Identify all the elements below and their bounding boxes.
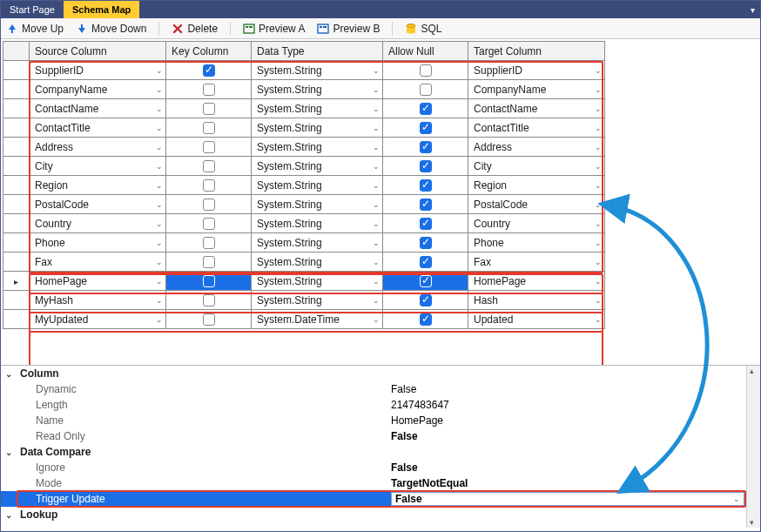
allow-null-checkbox[interactable] [420, 313, 432, 326]
table-row[interactable]: ContactTitle⌄System.String⌄ContactTitle⌄ [3, 118, 605, 138]
allow-null-checkbox[interactable] [420, 84, 432, 96]
key-column-checkbox[interactable] [203, 237, 215, 249]
schema-grid[interactable]: Source Column Key Column Data Type Allow… [3, 41, 605, 329]
data-type-combo[interactable]: System.String⌄ [252, 291, 382, 309]
allow-null-checkbox[interactable] [420, 122, 432, 134]
allow-null-checkbox[interactable] [420, 179, 432, 192]
target-column-combo[interactable]: Country⌄ [468, 214, 604, 232]
source-column-combo[interactable]: Address⌄ [30, 138, 165, 156]
target-column-combo[interactable]: Phone⌄ [468, 233, 604, 252]
target-column-combo[interactable]: ContactName⌄ [468, 99, 604, 118]
target-column-combo[interactable]: Fax⌄ [468, 253, 604, 271]
key-column-checkbox[interactable] [203, 122, 215, 134]
data-type-combo[interactable]: System.String⌄ [252, 272, 382, 290]
source-column-combo[interactable]: ContactTitle⌄ [30, 118, 165, 137]
table-row[interactable]: CompanyName⌄System.String⌄CompanyName⌄ [3, 80, 605, 99]
data-type-combo[interactable]: System.DateTime⌄ [252, 310, 382, 328]
move-up-button[interactable]: Move Up [6, 23, 64, 35]
table-row[interactable]: Country⌄System.String⌄Country⌄ [3, 214, 605, 233]
data-type-combo[interactable]: System.String⌄ [252, 233, 382, 252]
source-column-combo[interactable]: PostalCode⌄ [30, 195, 165, 213]
property-readonly[interactable]: Read OnlyFalse [1, 428, 760, 444]
row-selector[interactable] [3, 157, 30, 176]
row-selector[interactable] [3, 118, 30, 138]
table-row[interactable]: SupplierID⌄System.String⌄SupplierID⌄ [3, 61, 605, 80]
row-selector[interactable] [3, 253, 30, 272]
data-type-combo[interactable]: System.String⌄ [252, 176, 382, 194]
grid-header-key[interactable]: Key Column [166, 42, 252, 61]
allow-null-checkbox[interactable] [420, 103, 432, 115]
key-column-checkbox[interactable] [203, 313, 215, 326]
table-row[interactable]: City⌄System.String⌄City⌄ [3, 157, 605, 176]
property-length[interactable]: Length2147483647 [1, 397, 760, 413]
property-category-lookup[interactable]: ⌄ Lookup [1, 507, 760, 522]
row-selector[interactable] [3, 214, 30, 233]
data-type-combo[interactable]: System.String⌄ [252, 138, 382, 156]
target-column-combo[interactable]: PostalCode⌄ [468, 195, 604, 213]
target-column-combo[interactable]: CompanyName⌄ [468, 80, 604, 98]
allow-null-checkbox[interactable] [420, 160, 432, 172]
row-selector[interactable] [3, 272, 30, 291]
data-type-combo[interactable]: System.String⌄ [252, 80, 382, 98]
data-type-combo[interactable]: System.String⌄ [252, 61, 382, 79]
row-selector[interactable] [3, 99, 30, 118]
data-type-combo[interactable]: System.String⌄ [252, 118, 382, 137]
move-down-button[interactable]: Move Down [76, 23, 146, 35]
allow-null-checkbox[interactable] [420, 218, 432, 230]
row-selector[interactable] [3, 176, 30, 195]
trigger-update-dropdown[interactable]: False⌄ [391, 492, 744, 506]
source-column-combo[interactable]: Region⌄ [30, 176, 165, 194]
target-column-combo[interactable]: City⌄ [468, 157, 604, 175]
key-column-checkbox[interactable] [203, 103, 215, 115]
row-selector[interactable] [3, 233, 30, 253]
source-column-combo[interactable]: HomePage⌄ [30, 272, 165, 290]
row-selector[interactable] [3, 310, 30, 329]
source-column-combo[interactable]: Country⌄ [30, 214, 165, 232]
data-type-combo[interactable]: System.String⌄ [252, 253, 382, 271]
grid-header-source[interactable]: Source Column [30, 42, 166, 61]
property-mode[interactable]: ModeTargetNotEqual [1, 475, 760, 491]
allow-null-checkbox[interactable] [420, 141, 432, 153]
source-column-combo[interactable]: City⌄ [30, 157, 165, 175]
table-row[interactable]: Phone⌄System.String⌄Phone⌄ [3, 233, 605, 253]
source-column-combo[interactable]: MyUpdated⌄ [30, 310, 165, 328]
property-name[interactable]: NameHomePage [1, 413, 760, 428]
property-ignore[interactable]: IgnoreFalse [1, 460, 760, 475]
key-column-checkbox[interactable] [203, 141, 215, 153]
property-category-datacompare[interactable]: ⌄ Data Compare [1, 444, 760, 460]
target-column-combo[interactable]: HomePage⌄ [468, 272, 604, 290]
table-row[interactable]: MyUpdated⌄System.DateTime⌄Updated⌄ [3, 310, 605, 329]
key-column-checkbox[interactable] [203, 199, 215, 211]
property-dynamic[interactable]: DynamicFalse [1, 381, 760, 397]
key-column-checkbox[interactable] [203, 160, 215, 172]
target-column-combo[interactable]: Updated⌄ [468, 310, 604, 328]
source-column-combo[interactable]: Phone⌄ [30, 233, 165, 252]
allow-null-checkbox[interactable] [420, 237, 432, 249]
table-row[interactable]: PostalCode⌄System.String⌄PostalCode⌄ [3, 195, 605, 214]
allow-null-checkbox[interactable] [420, 275, 432, 287]
preview-b-button[interactable]: Preview B [317, 23, 380, 35]
source-column-combo[interactable]: Fax⌄ [30, 253, 165, 271]
data-type-combo[interactable]: System.String⌄ [252, 214, 382, 232]
key-column-checkbox[interactable] [203, 218, 215, 230]
row-selector[interactable] [3, 291, 30, 310]
grid-header-rowselector[interactable] [3, 42, 30, 61]
tab-start-page[interactable]: Start Page [1, 1, 64, 18]
allow-null-checkbox[interactable] [420, 294, 432, 306]
row-selector[interactable] [3, 195, 30, 214]
sql-button[interactable]: SQL [405, 23, 441, 35]
grid-header-type[interactable]: Data Type [252, 42, 383, 61]
property-scrollbar[interactable] [746, 366, 760, 528]
table-row[interactable]: ContactName⌄System.String⌄ContactName⌄ [3, 99, 605, 118]
target-column-combo[interactable]: Region⌄ [468, 176, 604, 194]
table-row[interactable]: HomePage⌄System.String⌄HomePage⌄ [3, 272, 605, 291]
grid-header-target[interactable]: Target Column [468, 42, 605, 61]
preview-a-button[interactable]: Preview A [243, 23, 305, 35]
table-row[interactable]: Region⌄System.String⌄Region⌄ [3, 176, 605, 195]
target-column-combo[interactable]: SupplierID⌄ [468, 61, 604, 79]
row-selector[interactable] [3, 80, 30, 99]
table-row[interactable]: MyHash⌄System.String⌄Hash⌄ [3, 291, 605, 310]
target-column-combo[interactable]: Hash⌄ [468, 291, 604, 309]
data-type-combo[interactable]: System.String⌄ [252, 157, 382, 175]
collapse-icon[interactable]: ⌄ [1, 369, 17, 379]
